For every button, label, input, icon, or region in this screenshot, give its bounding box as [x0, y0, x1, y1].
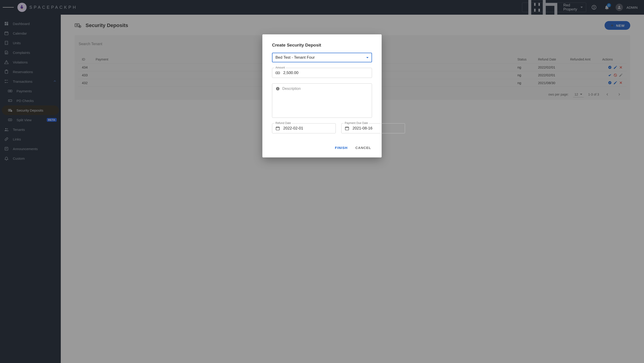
svg-point-30 — [277, 72, 278, 73]
payment-due-date-input[interactable] — [352, 126, 402, 131]
refund-date-label: Refund Date — [274, 121, 292, 125]
chevron-down-icon — [366, 57, 368, 58]
finish-button[interactable]: FINISH — [334, 144, 348, 151]
tenant-select[interactable]: Bed Test - Tenant Four — [272, 53, 372, 62]
modal-scrim[interactable]: Create Security Deposit Bed Test - Tenan… — [0, 0, 644, 363]
svg-rect-35 — [346, 127, 349, 130]
amount-input[interactable] — [283, 70, 368, 75]
refund-date-field[interactable]: Refund Date — [272, 123, 336, 133]
calendar-icon — [276, 126, 280, 131]
svg-rect-34 — [276, 127, 280, 130]
refund-date-input[interactable] — [283, 126, 332, 131]
dialog-title: Create Security Deposit — [272, 43, 372, 48]
cash-icon — [276, 71, 280, 75]
payment-due-date-label: Payment Due Date — [344, 121, 369, 125]
description-textarea[interactable] — [276, 86, 368, 115]
payment-due-date-field[interactable]: Payment Due Date — [341, 123, 405, 133]
amount-field[interactable]: Amount — [272, 68, 372, 78]
create-deposit-dialog: Create Security Deposit Bed Test - Tenan… — [262, 34, 382, 157]
cancel-button[interactable]: CANCEL — [354, 144, 372, 151]
amount-label: Amount — [274, 66, 286, 69]
tenant-value: Bed Test - Tenant Four — [276, 55, 364, 60]
calendar-icon — [345, 126, 349, 131]
description-field[interactable]: Description — [272, 83, 372, 118]
